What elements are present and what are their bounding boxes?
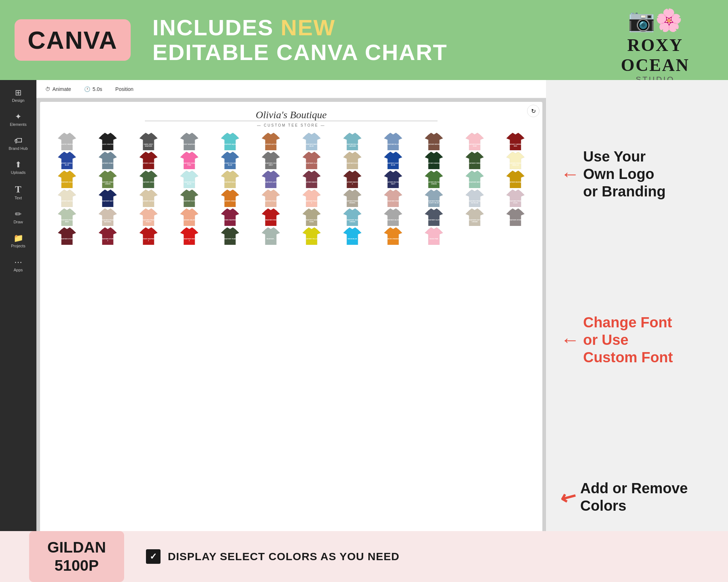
svg-marker-155 xyxy=(180,227,198,245)
tshirt-shape: HEATHER CARDINAL xyxy=(139,152,158,169)
arrow-font-icon: ← xyxy=(561,329,579,351)
svg-marker-90 xyxy=(99,190,117,207)
tshirt-item: HEATHER... xyxy=(251,227,290,245)
boutique-name: Olivia's Boutique xyxy=(47,109,535,121)
svg-marker-13 xyxy=(302,133,321,150)
banner-line2: EDITABLE CANVA CHART xyxy=(153,40,447,65)
svg-text:VANILLA: VANILLA xyxy=(512,164,519,166)
canvas-area: ⏱ Animate 🕐 5.0s Position ↻ Olivia's Bou… xyxy=(36,80,546,582)
svg-marker-81 xyxy=(425,171,443,188)
svg-marker-128 xyxy=(221,208,239,226)
tshirt-item: HEATHER GRASS GREEN xyxy=(88,171,127,188)
svg-text:HEATHER FOREST: HEATHER FOREST xyxy=(467,162,482,164)
main-area: ⊞ Design ✦ Elements 🏷 Brand Hub ⬆ Upload… xyxy=(0,80,728,582)
svg-marker-32 xyxy=(99,152,117,169)
tshirt-item: NEON BLUE xyxy=(333,227,372,245)
sidebar-item-text[interactable]: T Text xyxy=(0,180,36,205)
sidebar-item-apps[interactable]: ⋯ Apps xyxy=(0,253,36,277)
tshirt-shape: HEATHER GREEN xyxy=(139,171,158,188)
svg-text:GREY: GREY xyxy=(269,164,273,166)
annotation-font-text: Change Fontor UseCustom Font xyxy=(583,314,673,366)
tshirt-shape: NEON PINK xyxy=(424,227,443,245)
tshirt-item: HEATHER ICE BLUE xyxy=(170,171,209,188)
tshirt-shape: HEATHER YELLOW xyxy=(302,227,321,245)
tshirt-item: HEATHER CARDINAL RED xyxy=(496,133,535,150)
clock-icon: 🕐 xyxy=(84,86,90,92)
text-icon: T xyxy=(15,185,21,194)
svg-marker-61 xyxy=(99,171,117,188)
time-button[interactable]: 🕐 5.0s xyxy=(81,85,105,93)
tshirt-item: HEATHER MAROON 2 xyxy=(333,171,372,188)
sidebar-item-projects[interactable]: 📁 Projects xyxy=(0,229,36,253)
svg-marker-26 xyxy=(506,133,525,150)
svg-text:HEATHER BABY: HEATHER BABY xyxy=(305,143,318,145)
tshirt-item: HEATHER RED 2 xyxy=(170,227,209,245)
svg-text:HEATHER SAND: HEATHER SAND xyxy=(305,219,318,221)
svg-text:HEATHER TEAM: HEATHER TEAM xyxy=(224,238,236,240)
tshirt-shape: HEATHER STONE xyxy=(506,208,525,226)
gildan-brand: GILDAN 5100P xyxy=(47,538,106,575)
tshirt-shape: HEATHER PEBBLE GRAVEL xyxy=(343,190,362,207)
position-button[interactable]: Position xyxy=(112,85,136,93)
tshirt-item: HEATHER SOFT CREAM xyxy=(455,208,494,226)
animate-button[interactable]: ⏱ Animate xyxy=(42,85,74,93)
svg-marker-29 xyxy=(58,152,76,169)
svg-marker-86 xyxy=(506,171,525,188)
svg-text:HEATHER BLUE: HEATHER BLUE xyxy=(346,143,358,145)
svg-text:HEATHER BUBBLE: HEATHER BUBBLE xyxy=(467,143,482,145)
tshirt-item: HEATHER BROWN xyxy=(414,133,454,150)
svg-text:HEATHER STORM: HEATHER STORM xyxy=(60,238,74,240)
tshirt-shape: HEATHER GOLD xyxy=(58,171,76,188)
svg-text:HEATHER RASPBERRY: HEATHER RASPBERRY xyxy=(140,238,158,240)
svg-text:NAVY: NAVY xyxy=(391,183,395,185)
svg-marker-7 xyxy=(180,133,198,150)
tshirt-shape: HEATHER SALMON xyxy=(180,208,199,226)
svg-text:HEATHER CARDINAL: HEATHER CARDINAL xyxy=(141,162,157,164)
svg-text:GUM: GUM xyxy=(473,145,476,147)
tshirt-shape: BLACK HEATHER xyxy=(98,133,117,150)
brandhub-icon: 🏷 xyxy=(14,137,22,145)
svg-text:HEATHER CORAL: HEATHER CORAL xyxy=(183,162,196,164)
animate-icon: ⏱ xyxy=(45,86,50,92)
svg-text:HEATHER RED: HEATHER RED xyxy=(265,219,277,221)
svg-marker-108 xyxy=(425,190,443,207)
tshirt-item: HEATHER MILITARY GREEN xyxy=(414,171,454,188)
design-icon: ⊞ xyxy=(15,89,21,97)
tshirt-item: HEATHER DUST xyxy=(333,152,372,169)
sidebar-item-uploads[interactable]: ⬆ Uploads xyxy=(0,156,36,180)
tshirt-shape: HEATHER TEAM xyxy=(221,227,240,245)
tshirt-shape: HEATHER MUSTARD xyxy=(506,171,525,188)
svg-text:GREEN: GREEN xyxy=(349,221,355,223)
svg-marker-49 xyxy=(384,152,402,169)
tshirt-shape: HEATHER AQUA xyxy=(221,133,240,150)
tshirt-shape: HEATHER PEACH 2 xyxy=(302,190,321,207)
refresh-button[interactable]: ↻ xyxy=(527,105,539,117)
tshirt-item: HEATHER TEAM xyxy=(210,227,250,245)
tshirt-shape: HEATHER MAROON 2 xyxy=(343,171,362,188)
svg-text:BLUE: BLUE xyxy=(228,164,232,166)
tshirt-shape: HEATHER RASPBERRY 2 xyxy=(139,227,158,245)
sidebar-item-design[interactable]: ⊞ Design xyxy=(0,84,36,108)
tshirt-item: HEATHER RED xyxy=(251,208,290,226)
svg-text:HEATHER STONE: HEATHER STONE xyxy=(509,219,522,221)
svg-text:HEATHER SLATE: HEATHER SLATE xyxy=(427,219,440,221)
sidebar: ⊞ Design ✦ Elements 🏷 Brand Hub ⬆ Upload… xyxy=(0,80,36,582)
tshirt-item: HEATHER EMERALD xyxy=(414,152,454,169)
svg-text:HEATHER CAROLINA: HEATHER CAROLINA xyxy=(59,162,75,164)
tshirt-shape: HEATHER CLAY xyxy=(302,152,321,169)
tshirt-item: HEATHER DUSTY BLUE xyxy=(373,152,413,169)
tshirt-shape: HEATHER COLUMBIA BLUE xyxy=(221,152,240,169)
svg-marker-64 xyxy=(139,171,158,188)
tshirt-item: HEATHER FOREST xyxy=(455,152,494,169)
svg-marker-56 xyxy=(506,152,525,169)
tshirt-item: HEATHER PEBBLE GRAVEL xyxy=(333,190,372,207)
sidebar-item-elements[interactable]: ✦ Elements xyxy=(0,108,36,132)
tshirt-shape: HEATHER FOREST xyxy=(465,152,484,169)
sidebar-item-brandhub[interactable]: 🏷 Brand Hub xyxy=(0,132,36,156)
sidebar-item-draw[interactable]: ✏ Draw xyxy=(0,205,36,229)
projects-icon: 📁 xyxy=(13,234,23,242)
display-select-row: ✓ DISPLAY SELECT COLORS AS YOU NEED xyxy=(146,549,399,564)
svg-marker-138 xyxy=(384,208,402,226)
svg-text:HEATHER COLUMBIA: HEATHER COLUMBIA xyxy=(222,162,238,164)
sidebar-label-elements: Elements xyxy=(10,122,27,127)
